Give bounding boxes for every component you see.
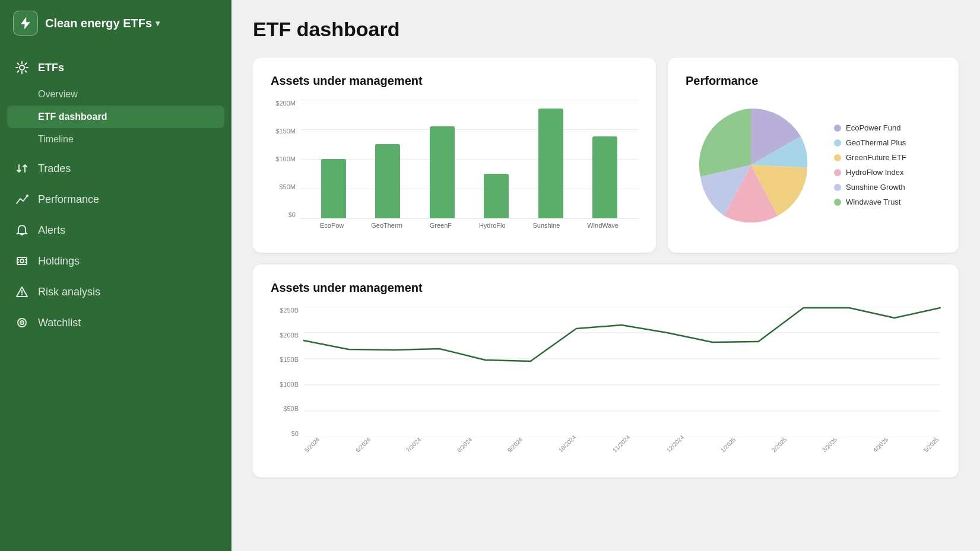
svg-line-7 xyxy=(25,63,26,65)
line-chart-card: Assets under management $250B $200B $150… xyxy=(253,265,959,477)
line-svg xyxy=(303,307,941,437)
nav-label-trades: Trades xyxy=(38,163,71,175)
pie-area: EcoPower Fund GeoThermal Plus GreenFutur… xyxy=(686,100,941,230)
legend-label-windwave: Windwave Trust xyxy=(846,198,900,206)
x-label-2-2025: 2/2025 xyxy=(770,436,788,453)
bar-windwave xyxy=(592,136,617,218)
y-label-0: $0 xyxy=(288,211,296,218)
nav-item-etfs[interactable]: ETFs xyxy=(0,52,231,83)
legend-dot-hydroflow xyxy=(834,169,841,176)
y-label-50m: $50M xyxy=(279,183,296,190)
bar-sunshine xyxy=(538,109,563,218)
nav-item-risk-analysis[interactable]: Risk analysis xyxy=(0,276,231,307)
bar-chart-title: Assets under management xyxy=(271,74,638,88)
bar-chart-card: Assets under management $200M $150M $100… xyxy=(253,58,656,253)
y-label-250b: $250B xyxy=(280,307,299,314)
legend-item-sunshine: Sunshine Growth xyxy=(834,183,906,192)
x-label-geotherm: GeoTherm xyxy=(371,222,402,229)
x-label-5-2025: 5/2025 xyxy=(922,436,940,453)
legend-dot-geothermal xyxy=(834,139,841,146)
x-label-ecopow: EcoPow xyxy=(320,222,344,229)
performance-icon xyxy=(14,192,30,207)
legend-item-windwave: Windwave Trust xyxy=(834,198,906,206)
nav-item-performance[interactable]: Performance xyxy=(0,184,231,215)
bar-hydroflo xyxy=(484,174,509,218)
svg-rect-10 xyxy=(17,257,27,265)
legend-item-ecopower: EcoPower Fund xyxy=(834,123,906,132)
legend-dot-greenfuture xyxy=(834,154,841,161)
nav: ETFs Overview ETF dashboard Timeline Tra… xyxy=(0,46,231,551)
y-label-100b: $100B xyxy=(280,381,299,388)
legend-label-ecopower: EcoPower Fund xyxy=(846,123,901,132)
app-header[interactable]: Clean energy ETFs ▾ xyxy=(0,0,231,46)
main-content: ETF dashboard Assets under management $2… xyxy=(231,0,980,551)
legend-item-greenfuture: GreenFuture ETF xyxy=(834,153,906,162)
risk-analysis-icon xyxy=(14,284,30,300)
legend-dot-windwave xyxy=(834,199,841,206)
legend-label-hydroflow: HydroFlow Index xyxy=(846,168,904,177)
x-label-9-2024: 9/2024 xyxy=(506,436,524,453)
legend-label-greenfuture: GreenFuture ETF xyxy=(846,153,906,162)
svg-point-9 xyxy=(26,195,28,197)
svg-line-5 xyxy=(18,63,19,65)
nav-label-etfs: ETFs xyxy=(38,62,64,74)
x-label-1-2025: 1/2025 xyxy=(719,436,737,453)
legend-dot-ecopower xyxy=(834,125,841,132)
x-label-greenf: GreenF xyxy=(430,222,452,229)
trades-icon xyxy=(14,161,30,176)
nav-item-watchlist[interactable]: Watchlist xyxy=(0,307,231,338)
bar-ecopow xyxy=(321,159,346,218)
x-label-windwave: WindWave xyxy=(587,222,619,229)
x-label-6-2024: 6/2024 xyxy=(354,436,372,453)
nav-sub-item-timeline[interactable]: Timeline xyxy=(0,128,231,151)
pie-svg xyxy=(686,100,816,230)
nav-label-performance: Performance xyxy=(38,193,99,206)
page-title: ETF dashboard xyxy=(253,18,959,41)
watchlist-icon xyxy=(14,315,30,330)
pie-chart-card: Performance xyxy=(668,58,959,253)
nav-label-watchlist: Watchlist xyxy=(38,317,81,329)
app-title-chevron: ▾ xyxy=(156,18,160,28)
nav-sub-item-overview[interactable]: Overview xyxy=(0,83,231,106)
line-path xyxy=(303,308,940,361)
app-title[interactable]: Clean energy ETFs ▾ xyxy=(45,17,160,30)
nav-label-alerts: Alerts xyxy=(38,224,65,237)
legend-label-geothermal: GeoThermal Plus xyxy=(846,138,906,147)
bar-geotherm xyxy=(375,144,400,218)
svg-line-8 xyxy=(18,71,19,72)
etfs-icon xyxy=(14,60,30,75)
y-label-150b: $150B xyxy=(280,356,299,363)
nav-section-etfs: ETFs Overview ETF dashboard Timeline xyxy=(0,52,231,151)
nav-label-holdings: Holdings xyxy=(38,255,80,267)
bar-greenf xyxy=(430,126,455,218)
x-label-3-2025: 3/2025 xyxy=(821,436,838,453)
y-label-0b: $0 xyxy=(291,430,299,437)
y-label-200m: $200M xyxy=(275,100,296,107)
pie-legend: EcoPower Fund GeoThermal Plus GreenFutur… xyxy=(834,123,906,206)
x-label-8-2024: 8/2024 xyxy=(456,436,473,453)
y-label-50b: $50B xyxy=(283,405,299,412)
svg-point-0 xyxy=(20,65,24,70)
nav-item-trades[interactable]: Trades xyxy=(0,153,231,184)
y-label-150m: $150M xyxy=(275,128,296,135)
nav-item-holdings[interactable]: Holdings xyxy=(0,246,231,276)
svg-point-11 xyxy=(20,259,24,263)
line-chart-area: $250B $200B $150B $100B $50B $0 xyxy=(271,307,941,461)
svg-point-14 xyxy=(21,322,23,323)
svg-line-6 xyxy=(25,71,26,72)
nav-label-risk-analysis: Risk analysis xyxy=(38,286,100,298)
legend-dot-sunshine xyxy=(834,184,841,191)
nav-sub-item-etf-dashboard[interactable]: ETF dashboard xyxy=(7,106,224,128)
legend-item-hydroflow: HydroFlow Index xyxy=(834,168,906,177)
legend-label-sunshine: Sunshine Growth xyxy=(846,183,905,192)
top-cards-row: Assets under management $200M $150M $100… xyxy=(253,58,959,253)
nav-sub-etfs: Overview ETF dashboard Timeline xyxy=(0,83,231,151)
pie-chart-title: Performance xyxy=(686,74,941,88)
x-label-7-2024: 7/2024 xyxy=(405,436,422,453)
app-icon xyxy=(13,11,38,36)
x-label-4-2025: 4/2025 xyxy=(872,436,889,453)
y-label-200b: $200B xyxy=(280,332,299,339)
nav-item-alerts[interactable]: Alerts xyxy=(0,215,231,246)
sidebar: Clean energy ETFs ▾ xyxy=(0,0,231,551)
x-label-hydroflo: HydroFlo xyxy=(479,222,506,229)
